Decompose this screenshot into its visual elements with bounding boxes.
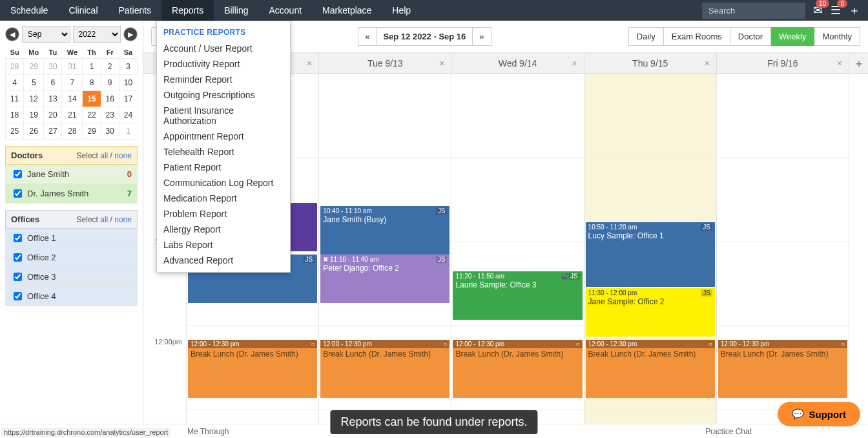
minical-day[interactable]: 1 [83,59,101,75]
appointment-break[interactable]: 12:00 - 12:30 pm○Break Lunch (Dr. James … [718,340,847,398]
minical-day[interactable]: 21 [62,107,83,123]
minical-day[interactable]: 14 [62,91,83,107]
minical-day[interactable]: 22 [83,107,101,123]
mail-icon[interactable]: ✉10 [813,3,823,17]
view-doctor[interactable]: Doctor [730,27,771,46]
practice-chat-label[interactable]: Practice Chat [705,427,752,436]
minical-day[interactable]: 18 [6,107,24,123]
nav-schedule[interactable]: Schedule [0,0,58,21]
date-range-label[interactable]: Sep 12 2022 - Sep 16 [377,27,472,46]
doctor-checkbox[interactable] [14,189,22,198]
next-range-button[interactable]: » [472,27,491,46]
nav-marketplace[interactable]: Marketplace [312,0,382,21]
appointment[interactable]: 10:40 - 11:10 amJSJane Smith (Busy) [320,206,450,255]
year-select[interactable]: 2022 [73,26,121,43]
nav-reports[interactable]: Reports [161,0,214,21]
doctor-row[interactable]: Dr. James Smith7 [5,184,138,203]
dropdown-item[interactable]: Telehealth Report [157,144,290,160]
minical-day[interactable]: 20 [44,107,62,123]
doctor-checkbox[interactable] [14,170,22,178]
day-col-thu[interactable]: 10:50 - 11:20 amJSLucy Sample: Office 11… [584,74,716,438]
minical-day[interactable]: 26 [24,123,44,140]
appointment-break[interactable]: 12:00 - 12:30 pm○Break Lunch (Dr. James … [320,340,450,398]
office-checkbox[interactable] [14,253,22,262]
prev-range-button[interactable]: « [358,27,377,46]
view-exam-rooms[interactable]: Exam Rooms [664,27,730,46]
office-row[interactable]: Office 4 [5,287,138,306]
day-col-tue[interactable]: 10:40 - 11:10 amJSJane Smith (Busy)✖ 11:… [318,74,451,438]
minical-day[interactable]: 15 [83,91,101,107]
minical-day[interactable]: 30 [44,59,62,75]
view-daily[interactable]: Daily [628,27,664,46]
minical-day[interactable]: 16 [101,91,119,107]
minical-day[interactable]: 4 [6,75,24,91]
office-checkbox[interactable] [14,292,22,300]
minical-day[interactable]: 24 [119,107,137,123]
nav-help[interactable]: Help [382,0,421,21]
doctors-select-all[interactable]: all [100,151,108,160]
minical-day[interactable]: 17 [119,91,137,107]
appointment-break[interactable]: 12:00 - 12:30 pm○Break Lunch (Dr. James … [453,340,582,398]
office-row[interactable]: Office 1 [5,229,138,248]
dropdown-item[interactable]: Patient Insurance Authorization [157,103,290,129]
offices-select-none[interactable]: none [114,215,132,224]
dropdown-item[interactable]: Advanced Report [157,253,290,268]
minical-day[interactable]: 29 [24,59,44,75]
day-col-wed[interactable]: 11:20 - 11:50 am📹JSLaurie Sample: Office… [451,74,583,438]
nav-clinical[interactable]: Clinical [58,0,108,21]
prev-month-button[interactable]: ◀ [5,27,19,41]
office-checkbox[interactable] [14,273,22,281]
add-day-button[interactable]: ＋ [849,53,868,73]
view-monthly[interactable]: Monthly [814,27,860,46]
appointment-break[interactable]: 12:00 - 12:30 pm○Break Lunch (Dr. James … [188,340,317,398]
doctor-row[interactable]: Jane Smith0 [5,165,138,184]
close-day-button[interactable]: × [572,58,577,68]
offices-select-all[interactable]: all [100,215,108,224]
nav-billing[interactable]: Billing [214,0,258,21]
close-day-button[interactable]: × [705,58,710,68]
dropdown-item[interactable]: Communication Log Report [157,175,290,191]
minical-day[interactable]: 11 [6,91,24,107]
minical-day[interactable]: 31 [62,59,83,75]
appointment[interactable]: 10:50 - 11:20 amJSLucy Sample: Office 1 [586,222,715,287]
appointment[interactable]: 11:30 - 12:00 pmJSJane Sample: Office 2 [586,288,715,337]
doctors-select-none[interactable]: none [114,151,132,160]
minical-day[interactable]: 28 [62,123,83,140]
search-input[interactable] [702,3,805,19]
list-icon[interactable]: ☰8 [831,3,841,17]
support-button[interactable]: 💬 Support [778,402,861,426]
nav-patients[interactable]: Patients [108,0,162,21]
appointment-break[interactable]: 12:00 - 12:30 pm○Break Lunch (Dr. James … [586,340,715,398]
minical-day[interactable]: 13 [44,91,62,107]
close-day-button[interactable]: × [439,58,444,68]
minical-day[interactable]: 30 [101,123,119,140]
month-select[interactable]: Sep [22,26,70,43]
minical-day[interactable]: 27 [44,123,62,140]
minical-day[interactable]: 2 [101,59,119,75]
close-day-button[interactable]: × [837,58,842,68]
appointment[interactable]: 11:20 - 11:50 am📹JSLaurie Sample: Office… [453,271,582,320]
office-checkbox[interactable] [14,234,22,242]
dropdown-item[interactable]: Patient Report [157,160,290,175]
dropdown-item[interactable]: Allergy Report [157,222,290,237]
next-month-button[interactable]: ▶ [123,27,138,41]
minical-day[interactable]: 10 [119,75,137,91]
minical-day[interactable]: 9 [101,75,119,91]
minical-day[interactable]: 3 [119,59,137,75]
minical-day[interactable]: 12 [24,91,44,107]
add-icon[interactable]: ＋ [849,3,860,18]
minical-day[interactable]: 23 [101,107,119,123]
dropdown-item[interactable]: Appointment Report [157,129,290,144]
office-row[interactable]: Office 3 [5,267,138,287]
dropdown-item[interactable]: Labs Report [157,237,290,253]
dropdown-item[interactable]: Problem Report [157,206,290,222]
minical-day[interactable]: 8 [83,75,101,91]
minical-day[interactable]: 29 [83,123,101,140]
minical-day[interactable]: 28 [6,59,24,75]
minical-day[interactable]: 1 [119,123,137,140]
minical-day[interactable]: 25 [6,123,24,140]
close-day-button[interactable]: × [307,58,312,68]
dropdown-item[interactable]: Medication Report [157,191,290,206]
appointment[interactable]: ✖ 11:10 - 11:40 amJSPeter Django: Office… [320,255,450,303]
dropdown-item[interactable]: Productivity Report [157,56,290,72]
